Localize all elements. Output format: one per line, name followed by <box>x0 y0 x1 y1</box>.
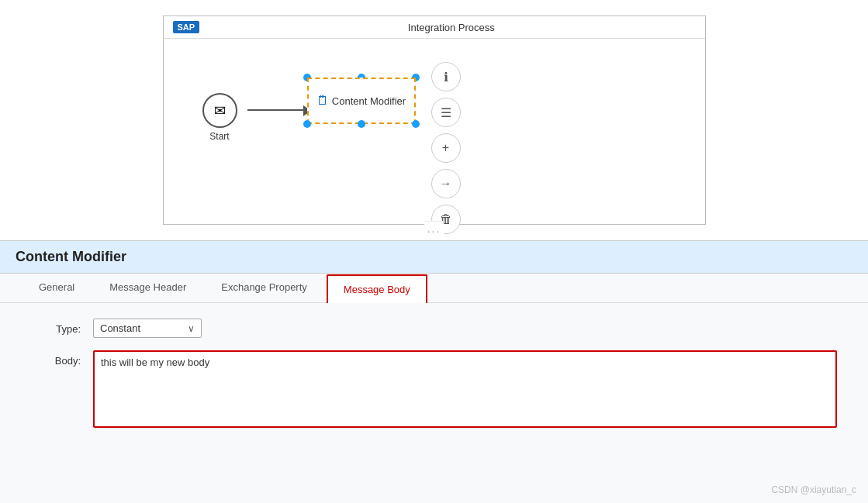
start-circle-icon: ✉ <box>202 93 237 128</box>
content-modifier-label: Content Modifier <box>332 95 406 107</box>
body-textarea[interactable] <box>93 350 837 428</box>
integration-canvas: SAP Integration Process ✉ Start <box>163 16 706 225</box>
tab-message-header[interactable]: Message Header <box>94 274 202 302</box>
type-control: Constant ∨ <box>93 319 837 338</box>
list-icon: ☰ <box>441 105 451 120</box>
body-label: Body: <box>31 350 93 367</box>
canvas-header: SAP Integration Process <box>164 16 705 39</box>
info-icon: ℹ <box>444 70 448 84</box>
body-row: Body: <box>31 350 837 430</box>
selection-dot-bl <box>303 120 311 128</box>
canvas-area: SAP Integration Process ✉ Start <box>0 0 868 241</box>
panel-title: Content Modifier <box>0 241 868 274</box>
content-modifier-wrapper[interactable]: 🗒 Content Modifier <box>307 78 416 124</box>
type-select[interactable]: Constant ∨ <box>93 319 202 338</box>
navigate-button[interactable]: → <box>431 169 461 198</box>
list-button[interactable]: ☰ <box>431 98 461 127</box>
start-label: Start <box>209 131 229 142</box>
type-row: Type: Constant ∨ <box>31 319 837 338</box>
resize-handle[interactable]: ··· <box>427 225 441 237</box>
plus-icon: + <box>442 141 449 155</box>
chevron-down-icon: ∨ <box>188 323 195 334</box>
tab-message-body[interactable]: Message Body <box>327 274 427 303</box>
selection-dot-bc <box>358 120 365 128</box>
envelope-icon: ✉ <box>214 102 226 119</box>
watermark: CSDN @xiayutian_c <box>771 484 856 495</box>
tab-general[interactable]: General <box>23 274 90 302</box>
bottom-panel: Content Modifier General Message Header … <box>0 241 868 503</box>
type-select-value: Constant <box>100 322 182 334</box>
canvas-title: Integration Process <box>207 22 695 33</box>
body-control <box>93 350 837 430</box>
info-button[interactable]: ℹ <box>431 62 461 91</box>
action-buttons: ℹ ☰ + → 🗑 <box>431 62 461 234</box>
start-node[interactable]: ✉ Start <box>202 93 237 142</box>
content-modifier-icon: 🗒 <box>316 94 329 108</box>
connector-line <box>247 109 310 111</box>
tabs-row: General Message Header Exchange Property… <box>0 274 868 303</box>
content-modifier-box[interactable]: 🗒 Content Modifier <box>307 78 416 124</box>
type-label: Type: <box>31 319 93 335</box>
sap-logo: SAP <box>173 21 200 33</box>
tab-exchange-property[interactable]: Exchange Property <box>206 274 323 302</box>
canvas-body[interactable]: ✉ Start 🗒 Content Modifier <box>164 39 705 217</box>
add-button[interactable]: + <box>431 133 461 163</box>
form-area: Type: Constant ∨ Body: <box>0 303 868 503</box>
arrow-icon: → <box>440 177 452 191</box>
selection-dot-br <box>412 120 420 128</box>
